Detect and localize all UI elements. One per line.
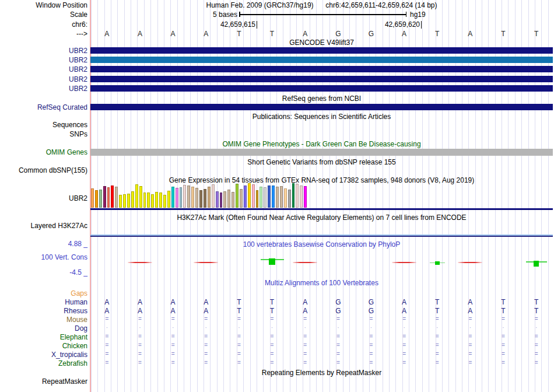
gtex-tissue-bar[interactable] [260,187,262,208]
gtex-tissue-bar[interactable] [195,188,198,208]
phylop-mark-line[interactable] [392,262,416,263]
gencode-gene-label[interactable]: UBR2 [0,85,87,93]
gtex-tissue-bar[interactable] [143,192,146,208]
gtex-tissue-bar[interactable] [280,186,283,208]
gtex-tissue-bar[interactable] [159,192,162,208]
phylop-track-title[interactable]: 100 vertebrates Basewise Conservation by… [90,240,553,249]
gtex-tissue-bar[interactable] [223,191,226,208]
refseq-curated-label[interactable]: RefSeq Curated [0,103,87,111]
gtex-tissue-bar[interactable] [163,195,166,208]
gencode-gene-bar[interactable] [90,76,553,82]
multiz-alignment-row-dog[interactable]: ·············· [90,324,553,331]
dbsnp-track-title[interactable]: Short Genetic Variants from dbSNP releas… [90,158,553,166]
gtex-tissue-bar[interactable] [256,190,259,208]
gtex-tissue-bar[interactable] [119,195,122,208]
gtex-tissue-bar[interactable] [183,185,186,208]
gtex-tissue-bar[interactable] [111,186,114,208]
gencode-gene-label[interactable]: UBR2 [0,75,87,83]
gencode-gene-label[interactable]: UBR2 [0,47,87,55]
gtex-tissue-bar[interactable] [199,190,202,208]
publications-track-title[interactable]: Publications: Sequences in Scientific Ar… [90,113,553,121]
gtex-tissue-bar[interactable] [131,191,134,208]
multiz-species-label-mouse[interactable]: Mouse [0,316,87,324]
gencode-gene-bar[interactable] [90,47,553,54]
repeatmasker-track-title[interactable]: Repeating Elements by RepeatMasker [90,369,553,377]
gtex-tissue-bar[interactable] [95,190,98,208]
gtex-tissue-bar[interactable] [147,192,150,208]
multiz-track-title[interactable]: Multiz Alignments of 100 Vertebrates [90,279,553,287]
gtex-tissue-bar[interactable] [187,186,190,208]
publications-snps-label[interactable]: SNPs [0,130,87,138]
gtex-tissue-bar[interactable] [155,192,158,208]
multiz-species-label-human[interactable]: Human [0,298,87,306]
gtex-tissue-bar[interactable] [220,192,223,208]
multiz-species-label-rhesus[interactable]: Rhesus [0,307,87,315]
refseq-track-title[interactable]: RefSeq genes from NCBI [90,94,553,103]
phylop-mark-line[interactable] [128,262,152,263]
gtex-gene-model-line[interactable] [90,208,553,210]
gtex-tissue-bar[interactable] [284,188,287,208]
phylop-label[interactable]: 100 Vert. Cons [0,253,87,261]
gencode-gene-label[interactable]: UBR2 [0,56,87,64]
gtex-tissue-bar[interactable] [103,186,106,208]
omim-genes-label[interactable]: OMIM Genes [0,148,87,156]
gtex-tissue-bar[interactable] [151,194,154,208]
gencode-gene-bar[interactable] [90,66,553,72]
omim-track-title[interactable]: OMIM Gene Phenotypes - Dark Green Can Be… [90,140,553,148]
multiz-species-label-zebrafish[interactable]: Zebrafish [0,359,87,368]
gtex-tissue-bar[interactable] [176,188,178,208]
dbsnp-label[interactable]: Common dbSNP(155) [0,166,87,174]
gtex-tissue-bar[interactable] [208,187,211,208]
phylop-mark-block[interactable] [534,261,539,267]
gtex-tissue-bar[interactable] [276,187,279,208]
gtex-tissue-bar[interactable] [191,187,194,208]
multiz-alignment-row-chicken[interactable]: ============== [90,342,553,348]
multiz-species-label-chicken[interactable]: Chicken [0,342,87,350]
multiz-alignment-row-human[interactable]: AAAATTAGGATATT [90,298,553,306]
multiz-species-label-gaps[interactable]: Gaps [0,289,87,298]
gtex-tissue-bar[interactable] [115,187,118,208]
gtex-tissue-bar[interactable] [300,186,303,208]
phylop-mark-block[interactable] [435,261,440,265]
refseq-gene-bar[interactable] [90,104,553,110]
gtex-tissue-bar[interactable] [296,184,299,208]
gtex-tissue-bar[interactable] [123,194,126,208]
gtex-tissue-bar[interactable] [107,187,110,208]
gtex-tissue-bar[interactable] [167,191,170,208]
gtex-tissue-bar[interactable] [252,184,255,208]
gtex-tissue-bar[interactable] [180,187,183,208]
gtex-tissue-bar[interactable] [244,186,247,208]
multiz-alignment-row-zebrafish[interactable]: ============== [90,359,553,366]
multiz-species-label-dog[interactable]: Dog [0,324,87,332]
gtex-tissue-bar[interactable] [232,192,234,208]
gtex-tissue-bar[interactable] [248,183,251,208]
gtex-gene-label[interactable]: UBR2 [0,194,87,202]
gencode-gene-label[interactable]: UBR2 [0,65,87,74]
phylop-mark-block[interactable] [269,258,275,265]
gtex-tissue-bar[interactable] [304,186,307,208]
gtex-tissue-bar[interactable] [171,187,174,208]
h3k27ac-label[interactable]: Layered H3K27Ac [0,222,87,230]
gtex-tissue-bar[interactable] [135,184,138,208]
multiz-species-label-elephant[interactable]: Elephant [0,333,87,341]
multiz-alignment-row-elephant[interactable]: ============== [90,333,553,340]
gencode-gene-bar[interactable] [90,57,553,63]
gtex-tissue-bar[interactable] [91,188,94,208]
h3k27ac-track-title[interactable]: H3K27Ac Mark (Often Found Near Active Re… [90,214,553,222]
gtex-tissue-bar[interactable] [288,190,291,208]
gtex-tissue-bar[interactable] [127,194,130,208]
omim-gene-bar[interactable] [90,149,553,156]
phylop-mark-line[interactable] [293,262,317,263]
gtex-tissue-bar[interactable] [264,187,267,208]
gtex-tissue-bar[interactable] [216,191,219,208]
gtex-tissue-bar[interactable] [212,184,215,208]
gtex-track-title[interactable]: Gene Expression in 54 tissues from GTEx … [90,176,553,184]
gtex-tissue-bar[interactable] [99,190,102,208]
phylop-mark-line[interactable] [194,262,218,263]
gtex-tissue-bar[interactable] [292,183,295,208]
multiz-species-label-x_tropicalis[interactable]: X_tropicalis [0,351,87,359]
strand-arrow[interactable]: ---> [0,30,87,38]
gtex-expression-bars[interactable] [91,184,309,208]
gtex-tissue-bar[interactable] [227,190,230,208]
gtex-tissue-bar[interactable] [139,186,142,208]
